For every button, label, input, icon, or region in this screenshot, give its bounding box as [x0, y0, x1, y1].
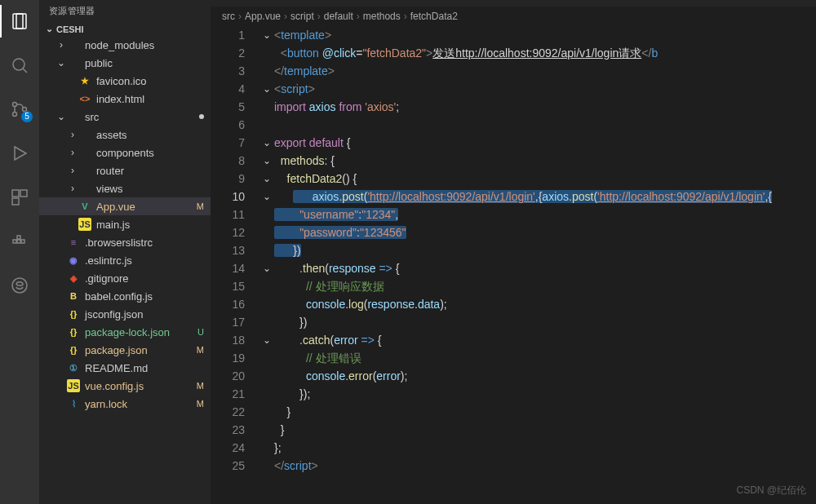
file-item[interactable]: {}package-lock.jsonU [39, 323, 211, 341]
code-line[interactable]: }; [274, 439, 816, 457]
code-line[interactable]: .catch(error => { [274, 331, 816, 349]
folder-icon [67, 110, 80, 123]
code-line[interactable]: }) [274, 241, 816, 259]
svg-rect-9 [20, 190, 27, 197]
item-label: jsconfig.json [85, 308, 204, 321]
code-line[interactable]: </script> [274, 457, 816, 475]
file-item[interactable]: Bbabel.config.js [39, 287, 211, 305]
code-line[interactable]: // 处理响应数据 [274, 277, 816, 295]
code-editor[interactable]: 12345678910💡1112131415161718192021222324… [211, 26, 816, 504]
item-label: babel.config.js [85, 290, 204, 303]
explorer-icon[interactable] [0, 5, 39, 38]
eslint-icon: ◉ [67, 254, 80, 267]
file-item[interactable]: JSvue.config.jsM [39, 377, 211, 395]
code-line[interactable]: fetchData2() { [274, 170, 816, 188]
code-line[interactable]: <template> [274, 26, 816, 44]
code-line[interactable]: // 处理错误 [274, 349, 816, 367]
breadcrumb-item[interactable]: methods [363, 11, 401, 22]
file-item[interactable]: {}package.jsonM [39, 341, 211, 359]
item-label: favicon.ico [96, 75, 204, 87]
project-root[interactable]: ⌄CESHI [39, 22, 211, 36]
file-item[interactable]: ★favicon.ico [39, 72, 211, 90]
git-status: M [192, 399, 204, 409]
code-line[interactable]: } [274, 421, 816, 439]
folder-item[interactable]: ›assets [39, 126, 211, 144]
md-icon: ① [67, 361, 80, 374]
search-icon[interactable] [0, 49, 39, 82]
extensions-icon[interactable] [0, 181, 39, 214]
file-item[interactable]: JSmain.js [39, 215, 211, 233]
item-label: .eslintrc.js [85, 254, 204, 267]
code-line[interactable]: <button @click="fetchData2">发送http://loc… [274, 44, 816, 62]
file-item[interactable]: ⌇yarn.lockM [39, 395, 211, 413]
breadcrumb-item[interactable]: script [290, 11, 314, 22]
code-line[interactable]: </template> [274, 62, 816, 80]
git-icon: ◈ [67, 272, 80, 285]
watermark: CSDN @纪佰伦 [736, 484, 806, 497]
svg-rect-8 [12, 190, 19, 197]
code-line[interactable]: axios.post('http://localhost:9092/api/v1… [274, 188, 816, 206]
code-lines[interactable]: <template> <button @click="fetchData2">发… [274, 26, 816, 504]
svg-point-5 [13, 113, 17, 117]
code-line[interactable]: console.log(response.data); [274, 295, 816, 313]
file-item[interactable]: ①README.md [39, 359, 211, 377]
item-label: .browserslistrc [85, 237, 204, 249]
breadcrumb-item[interactable]: App.vue [245, 11, 281, 22]
json-icon: {} [67, 307, 80, 321]
folder-item[interactable]: ›views [39, 179, 211, 197]
vue-icon: V [78, 200, 91, 213]
code-line[interactable]: }) [274, 313, 816, 331]
item-label: package.json [85, 344, 192, 356]
code-line[interactable]: }); [274, 385, 816, 403]
js-icon: JS [78, 218, 91, 231]
folder-icon [78, 128, 91, 141]
breadcrumb-item[interactable]: src [222, 11, 235, 22]
git-status: M [192, 201, 204, 211]
folder-item[interactable]: ›router [39, 161, 211, 179]
file-item[interactable]: ≡.browserslistrc [39, 233, 211, 251]
file-item[interactable]: ◉.eslintrc.js [39, 251, 211, 269]
chevron-right-icon: › [67, 165, 78, 176]
source-control-icon[interactable]: 5 [0, 93, 39, 126]
svg-point-4 [13, 103, 17, 107]
star-icon: ★ [78, 74, 91, 87]
code-line[interactable]: console.error(error); [274, 367, 816, 385]
activity-bar: 5 [0, 0, 39, 504]
breadcrumb-item[interactable]: default [324, 11, 353, 22]
editor-tabs[interactable] [211, 0, 816, 7]
code-line[interactable]: "password":"123456" [274, 223, 816, 241]
explorer-sidebar: 资源管理器 ⌄CESHI ›node_modules⌄public★favico… [39, 0, 211, 504]
folder-item[interactable]: ⌄public [39, 54, 211, 72]
code-line[interactable]: import axios from 'axios'; [274, 98, 816, 116]
git-status: M [192, 381, 204, 391]
folder-icon [78, 146, 91, 159]
file-item[interactable]: <>index.html [39, 90, 211, 108]
ai-icon[interactable] [0, 269, 39, 302]
item-label: App.vue [96, 201, 192, 213]
lightbulb-icon[interactable]: 💡 [211, 188, 213, 206]
run-debug-icon[interactable] [0, 137, 39, 170]
breadcrumb-item[interactable]: fetchData2 [410, 11, 458, 22]
file-item[interactable]: ◈.gitignore [39, 269, 211, 287]
docker-icon[interactable] [0, 225, 39, 258]
svg-rect-14 [17, 236, 20, 239]
code-line[interactable] [274, 116, 816, 134]
folder-item[interactable]: ›components [39, 144, 211, 161]
folder-item[interactable]: ⌄src [39, 108, 211, 126]
js-icon: JS [67, 379, 80, 392]
code-line[interactable]: export default { [274, 134, 816, 152]
folder-icon [67, 56, 80, 69]
code-line[interactable]: <script> [274, 80, 816, 98]
code-line[interactable]: .then(response => { [274, 259, 816, 277]
svg-rect-0 [13, 14, 23, 29]
code-line[interactable]: "username":"1234", [274, 206, 816, 223]
file-item[interactable]: {}jsconfig.json [39, 305, 211, 323]
svg-rect-13 [21, 240, 24, 243]
file-item[interactable]: VApp.vueM [39, 197, 211, 215]
code-line[interactable]: methods: { [274, 152, 816, 170]
fold-column[interactable]: ⌄⌄⌄⌄⌄⌄⌄⌄ [259, 26, 274, 504]
code-line[interactable]: } [274, 403, 816, 421]
dirty-indicator [199, 114, 204, 119]
folder-item[interactable]: ›node_modules [39, 36, 211, 54]
breadcrumb[interactable]: src›App.vue›script›default›methods›fetch… [211, 7, 816, 26]
